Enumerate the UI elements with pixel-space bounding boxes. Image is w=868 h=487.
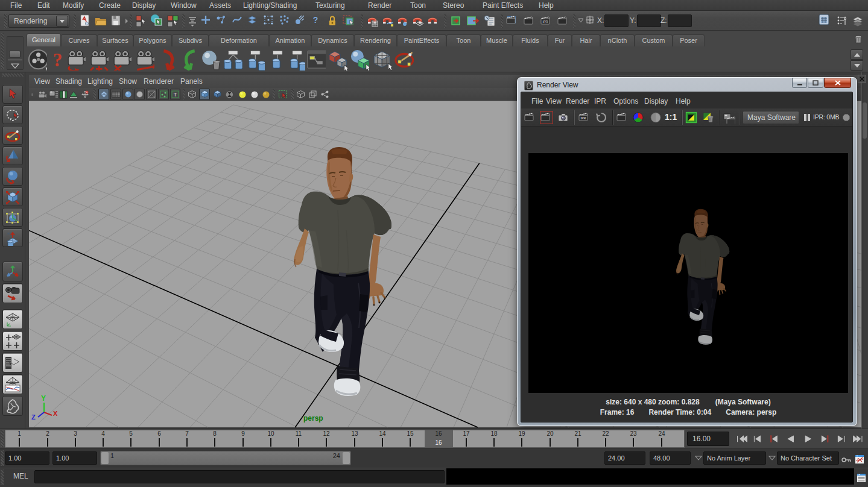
svg-text:IPR: IPR	[580, 116, 586, 120]
svg-text:IPR: IPR	[542, 20, 548, 24]
svg-text:?: ?	[53, 49, 63, 71]
svg-text:?: ?	[313, 15, 318, 25]
svg-text:T: T	[174, 92, 177, 98]
svg-text:Z: Z	[31, 413, 36, 421]
svg-text:Y: Y	[41, 394, 46, 403]
svg-text:X: X	[53, 410, 58, 417]
